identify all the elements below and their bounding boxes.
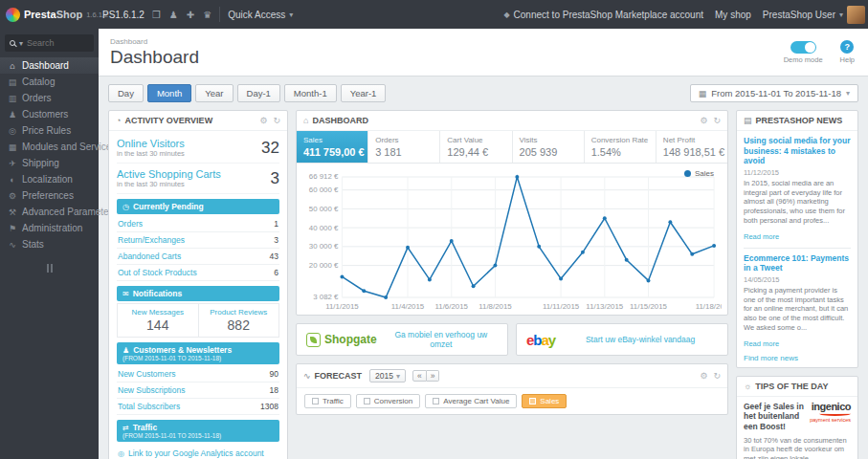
forecast-toggle-conversion[interactable]: Conversion xyxy=(356,394,420,408)
quick-access-menu[interactable]: Quick Access ▾ xyxy=(228,10,293,20)
new-customers-link[interactable]: New Customers xyxy=(118,369,175,379)
kpi-orders[interactable]: Orders 3 181 xyxy=(368,131,440,163)
tips-heading: Geef je Sales in het buitenland een Boos… xyxy=(744,402,805,432)
sidebar-item-label: Price Rules xyxy=(22,125,71,136)
sidebar-item-label: Shipping xyxy=(22,158,59,168)
google-analytics-link[interactable]: ◎ Link to your Google Analytics account xyxy=(117,444,279,459)
forecast-panel: ∿ FORECAST 2015 ▾ « » xyxy=(296,363,728,415)
chart-legend[interactable]: Sales xyxy=(684,169,714,178)
search-scope-caret-icon[interactable]: ▾ xyxy=(19,39,23,48)
kpi-sales[interactable]: Sales 411 759,00 € xyxy=(297,131,368,163)
person-icon[interactable]: ♟ xyxy=(169,10,178,20)
news-article-date: 14/05/2015 xyxy=(744,275,851,284)
sidebar-item-catalog[interactable]: ▤Catalog xyxy=(0,74,99,90)
online-visitors-link[interactable]: Online Visitors xyxy=(117,138,185,149)
read-more-link[interactable]: Read more xyxy=(744,339,779,348)
filter-month-button[interactable]: Month xyxy=(147,84,191,102)
trophy-icon[interactable]: ♛ xyxy=(203,10,211,20)
svg-text:30 000 €: 30 000 € xyxy=(309,242,339,251)
kpi-label: Orders xyxy=(375,136,433,144)
kpi-conversion-rate[interactable]: Conversion Rate 1.54% xyxy=(585,131,657,163)
activity-column: ◔ ACTIVITY OVERVIEW ⚙ ↻ Onli xyxy=(108,110,288,459)
total-subscribers-link[interactable]: Total Subscribers xyxy=(118,402,180,411)
filter-month-1-button[interactable]: Month-1 xyxy=(284,84,337,102)
sidebar-item-price-rules[interactable]: ◎Price Rules xyxy=(0,122,99,139)
ingenico-logo[interactable]: ingenico payment services xyxy=(810,402,851,423)
filter-day-button[interactable]: Day xyxy=(108,84,144,102)
sidebar-item-shipping[interactable]: ✈Shipping xyxy=(0,155,99,171)
notifications-cells: New Messages 144 Product Reviews 882 xyxy=(117,303,279,338)
sidebar-item-administration[interactable]: ⚑Administration xyxy=(0,220,99,236)
pending-returns-link[interactable]: Return/Exchanges xyxy=(118,235,185,245)
find-more-news-link[interactable]: Find more news xyxy=(744,354,851,362)
shopgate-ad: Shopgate Ga mobiel en verhoog uw omzet xyxy=(296,323,508,356)
my-shop-link[interactable]: My shop xyxy=(715,10,751,20)
news-article-title[interactable]: Ecommerce 101: Payments in a Tweet xyxy=(744,253,851,273)
tips-of-the-day-panel: ☼ TIPS OF THE DAY Geef je Sales in het b… xyxy=(736,376,858,459)
refresh-icon[interactable]: ↻ xyxy=(273,116,280,125)
gear-icon[interactable]: ⚙ xyxy=(259,116,267,125)
ebay-ad-link[interactable]: Start uw eBay-winkel vandaag xyxy=(563,335,718,344)
marketplace-link[interactable]: ◆ Connect to PrestaShop Marketplace acco… xyxy=(503,10,703,20)
gear-icon[interactable]: ⚙ xyxy=(700,116,707,125)
next-year-button[interactable]: » xyxy=(427,370,440,382)
sidebar-item-advanced-parameters[interactable]: ⚒Advanced Parameters xyxy=(0,204,99,220)
topbar-quick-icons: ❒ ♟ ✚ ♛ xyxy=(152,10,211,20)
forecast-year-select[interactable]: 2015 ▾ xyxy=(369,369,406,382)
sidebar-item-stats[interactable]: ∿Stats xyxy=(0,236,99,252)
filter-day-1-button[interactable]: Day-1 xyxy=(237,84,280,102)
prestashop-logo[interactable]: PrestaShop 1.6.1.2 xyxy=(0,8,99,22)
gear-icon[interactable]: ⚙ xyxy=(700,371,707,381)
abandoned-carts-link[interactable]: Abandoned Carts xyxy=(118,251,181,261)
shopgate-logo[interactable]: Shopgate xyxy=(306,333,377,347)
kpi-net-profit[interactable]: Net Profit 148 918,51 € xyxy=(657,131,727,163)
refresh-icon[interactable]: ↻ xyxy=(713,371,721,381)
filter-year-1-button[interactable]: Year-1 xyxy=(341,84,387,102)
filter-year-button[interactable]: Year xyxy=(195,84,233,102)
sidebar-item-customers[interactable]: ♟Customers xyxy=(0,106,99,122)
dashboard-panel-header: ⌂ DASHBOARD ⚙ ↻ xyxy=(297,111,727,131)
kpi-cart-value[interactable]: Cart Value 129,44 € xyxy=(440,131,512,163)
kpi-visits[interactable]: Visits 205 939 xyxy=(513,131,585,163)
sidebar-item-label: Stats xyxy=(22,239,44,250)
ebay-logo[interactable]: ebay xyxy=(526,332,555,348)
sidebar-item-orders[interactable]: ▥Orders xyxy=(0,90,99,106)
search-input[interactable] xyxy=(27,38,89,48)
forecast-toggle-traffic[interactable]: Traffic xyxy=(304,394,351,408)
kpi-label: Visits xyxy=(520,136,577,144)
new-subscriptions-link[interactable]: New Subscriptions xyxy=(118,385,185,395)
chevron-down-icon: ▾ xyxy=(289,11,293,19)
date-range-picker[interactable]: ▦ From 2015-11-01 To 2015-11-18 ▾ xyxy=(690,84,858,102)
new-messages-cell[interactable]: New Messages 144 xyxy=(118,304,198,337)
forecast-toggle-sales[interactable]: Sales xyxy=(522,394,567,408)
activity-panel-header: ◔ ACTIVITY OVERVIEW ⚙ ↻ xyxy=(109,111,287,131)
cart-icon[interactable]: ❒ xyxy=(152,10,161,20)
demo-mode-toggle[interactable] xyxy=(790,41,816,54)
previous-year-button[interactable]: « xyxy=(412,370,427,382)
read-more-link[interactable]: Read more xyxy=(744,232,779,241)
out-of-stock-link[interactable]: Out of Stock Products xyxy=(118,268,197,277)
sidebar-item-modules[interactable]: ▦Modules and Services xyxy=(0,139,99,155)
sidebar-item-dashboard[interactable]: ⌂Dashboard xyxy=(0,57,99,74)
news-article-title[interactable]: Using social media for your business: 4 … xyxy=(744,136,851,166)
sidebar-item-preferences[interactable]: ⚙Preferences xyxy=(0,187,99,204)
product-reviews-cell[interactable]: Product Reviews 882 xyxy=(198,304,279,337)
sidebar-item-label: Dashboard xyxy=(22,60,69,71)
help-button[interactable]: ? xyxy=(840,40,854,54)
pending-orders-link[interactable]: Orders xyxy=(118,219,143,229)
refresh-icon[interactable]: ↻ xyxy=(713,116,721,125)
shopgate-ad-link[interactable]: Ga mobiel en verhoog uw omzet xyxy=(385,330,498,349)
sidebar-item-label: Localization xyxy=(22,174,73,185)
active-carts-row: Active Shopping Carts in the last 30 min… xyxy=(117,164,279,194)
lightbulb-icon: ☼ xyxy=(744,382,751,391)
sidebar-item-localization[interactable]: ◐Localization xyxy=(0,171,99,187)
new-messages-label: New Messages xyxy=(120,308,196,317)
forecast-toggle-average-cart-value[interactable]: Average Cart Value xyxy=(425,394,517,408)
shop-name-link[interactable]: PS1.6.1.2 xyxy=(102,10,145,20)
divider xyxy=(744,248,851,249)
user-menu[interactable]: PrestaShop User ▾ xyxy=(763,6,865,24)
active-carts-link[interactable]: Active Shopping Carts xyxy=(117,168,221,180)
collapse-sidebar-button[interactable] xyxy=(47,264,53,273)
prestashop-news-panel: ▤ PRESTASHOP NEWS Using social media for… xyxy=(736,110,858,368)
plus-icon[interactable]: ✚ xyxy=(187,10,194,20)
